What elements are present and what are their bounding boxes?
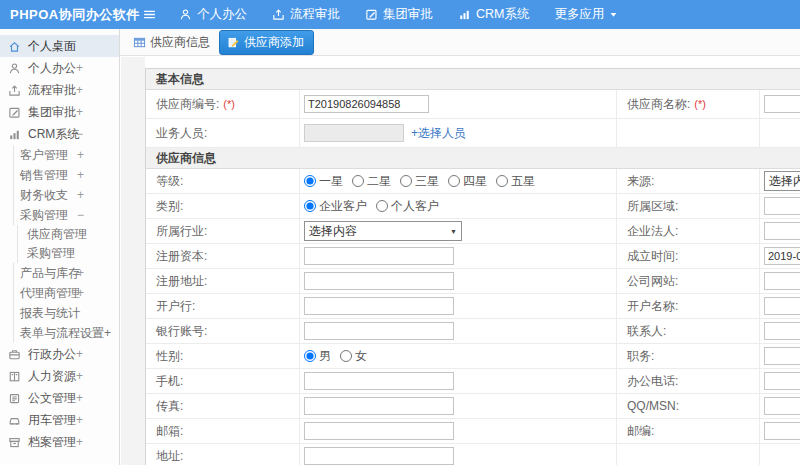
field-label: 企业法人: bbox=[617, 219, 760, 244]
radio-button[interactable] bbox=[448, 175, 460, 187]
sidebar-item[interactable]: 公文管理+ bbox=[0, 387, 119, 409]
expand-toggle-icon[interactable]: + bbox=[76, 391, 83, 405]
text-input[interactable] bbox=[764, 222, 800, 240]
sidebar-item[interactable]: 供应商管理 bbox=[17, 225, 119, 244]
sidebar-item[interactable]: 用车管理+ bbox=[0, 409, 119, 431]
field-label-text: 注册资本: bbox=[156, 248, 207, 265]
nav-item-2[interactable]: 流程审批 bbox=[272, 6, 340, 23]
radio-option[interactable]: 三星 bbox=[400, 173, 439, 190]
radio-option[interactable]: 女 bbox=[340, 348, 367, 365]
radio-option[interactable]: 五星 bbox=[496, 173, 535, 190]
text-input[interactable] bbox=[764, 297, 800, 315]
radio-button[interactable] bbox=[376, 200, 388, 212]
sidebar-item-label: 行政办公 bbox=[28, 346, 76, 363]
text-input[interactable] bbox=[764, 247, 800, 265]
radio-button[interactable] bbox=[352, 175, 364, 187]
expand-toggle-icon[interactable]: + bbox=[77, 188, 84, 202]
text-input[interactable] bbox=[764, 272, 800, 290]
sidebar-item[interactable]: 代理商管理+ bbox=[13, 283, 119, 303]
text-input[interactable] bbox=[764, 197, 800, 215]
field-cell: +选择人员 bbox=[300, 119, 617, 148]
expand-toggle-icon[interactable]: + bbox=[76, 347, 83, 361]
radio-button[interactable] bbox=[496, 175, 508, 187]
text-input[interactable] bbox=[764, 322, 800, 340]
sidebar-item[interactable]: 人力资源+ bbox=[0, 365, 119, 387]
hamburger-menu-button[interactable] bbox=[142, 7, 157, 22]
nav-item-4[interactable]: CRM系统 bbox=[458, 6, 529, 23]
field-label-text: 手机: bbox=[156, 373, 183, 390]
sidebar-item[interactable]: 集团审批+ bbox=[0, 101, 119, 123]
field-cell bbox=[300, 269, 617, 294]
text-input[interactable] bbox=[764, 95, 800, 113]
radio-button[interactable] bbox=[304, 350, 316, 362]
expand-toggle-icon[interactable]: + bbox=[76, 105, 83, 119]
radio-button[interactable] bbox=[400, 175, 412, 187]
select-field[interactable]: 选择内容▼ bbox=[304, 221, 462, 241]
sidebar-item[interactable]: 行政办公+ bbox=[0, 343, 119, 365]
text-input[interactable] bbox=[764, 372, 800, 390]
text-input[interactable] bbox=[304, 297, 454, 315]
nav-item-3[interactable]: 集团审批 bbox=[365, 6, 433, 23]
sidebar-item[interactable]: CRM系统− bbox=[0, 123, 119, 145]
sidebar-item[interactable]: 表单与流程设置+ bbox=[13, 323, 119, 343]
sidebar-item[interactable]: 流程审批+ bbox=[0, 79, 119, 101]
expand-toggle-icon[interactable]: + bbox=[76, 369, 83, 383]
field-label: 银行账号: bbox=[146, 319, 300, 344]
bar-chart-icon bbox=[458, 8, 471, 21]
select-field[interactable]: 选择内容▼ bbox=[764, 171, 800, 191]
sidebar-item[interactable]: 客户管理+ bbox=[13, 145, 119, 165]
sidebar-item[interactable]: 产品与库存+ bbox=[13, 263, 119, 283]
radio-button[interactable] bbox=[304, 200, 316, 212]
text-input[interactable] bbox=[304, 322, 454, 340]
expand-toggle-icon[interactable]: − bbox=[77, 208, 84, 222]
radio-option[interactable]: 男 bbox=[304, 348, 331, 365]
text-input[interactable] bbox=[304, 247, 454, 265]
expand-toggle-icon[interactable]: + bbox=[77, 266, 84, 280]
expand-toggle-icon[interactable]: + bbox=[77, 168, 84, 182]
staff-input[interactable] bbox=[304, 124, 404, 142]
radio-option[interactable]: 二星 bbox=[352, 173, 391, 190]
text-input[interactable] bbox=[304, 422, 454, 440]
radio-option[interactable]: 个人客户 bbox=[376, 198, 439, 215]
text-input[interactable] bbox=[764, 347, 800, 365]
tab-1[interactable]: 供应商信息 bbox=[133, 34, 210, 51]
text-input[interactable] bbox=[304, 447, 454, 465]
select-arrow-icon: ▼ bbox=[450, 228, 457, 235]
text-input[interactable] bbox=[304, 372, 454, 390]
sidebar-item[interactable]: 报表与统计 bbox=[13, 303, 119, 323]
expand-toggle-icon[interactable]: + bbox=[77, 148, 84, 162]
radio-option[interactable]: 企业客户 bbox=[304, 198, 367, 215]
expand-toggle-icon[interactable]: − bbox=[76, 127, 83, 141]
sidebar-item[interactable]: 采购管理− bbox=[13, 205, 119, 225]
nav-item-1[interactable]: 个人办公 bbox=[179, 6, 247, 23]
radio-button[interactable] bbox=[304, 175, 316, 187]
nav-item-5[interactable]: 更多应用 bbox=[554, 6, 618, 23]
radio-option[interactable]: 四星 bbox=[448, 173, 487, 190]
tab-2[interactable]: 供应商添加 bbox=[219, 30, 314, 55]
radio-button[interactable] bbox=[340, 350, 352, 362]
sidebar-item[interactable]: 采购管理 bbox=[17, 244, 119, 263]
sidebar-item[interactable]: 财务收支+ bbox=[13, 185, 119, 205]
radio-option[interactable]: 一星 bbox=[304, 173, 343, 190]
field-label: 注册地址: bbox=[146, 269, 300, 294]
expand-toggle-icon[interactable]: + bbox=[76, 61, 83, 75]
expand-toggle-icon[interactable]: + bbox=[77, 286, 84, 300]
field-label: QQ/MSN: bbox=[617, 394, 760, 419]
field-label-text: 邮箱: bbox=[156, 423, 183, 440]
field-label-text: 来源: bbox=[627, 173, 654, 190]
text-input[interactable] bbox=[764, 397, 800, 415]
form-row: 等级:一星二星三星四星五星来源:选择内容▼ bbox=[146, 169, 800, 194]
text-input[interactable] bbox=[304, 272, 454, 290]
sidebar-item-label: 公文管理 bbox=[28, 390, 76, 407]
expand-toggle-icon[interactable]: + bbox=[76, 413, 83, 427]
expand-toggle-icon[interactable]: + bbox=[76, 83, 83, 97]
select-person-link[interactable]: +选择人员 bbox=[411, 125, 466, 142]
expand-toggle-icon[interactable]: + bbox=[76, 435, 83, 449]
text-input[interactable] bbox=[304, 95, 429, 113]
sidebar-item[interactable]: 个人办公+ bbox=[0, 57, 119, 79]
sidebar-item[interactable]: 个人桌面 bbox=[0, 35, 119, 57]
text-input[interactable] bbox=[304, 397, 454, 415]
sidebar-item[interactable]: 档案管理+ bbox=[0, 431, 119, 453]
sidebar-item[interactable]: 销售管理+ bbox=[13, 165, 119, 185]
text-input[interactable] bbox=[764, 422, 800, 440]
